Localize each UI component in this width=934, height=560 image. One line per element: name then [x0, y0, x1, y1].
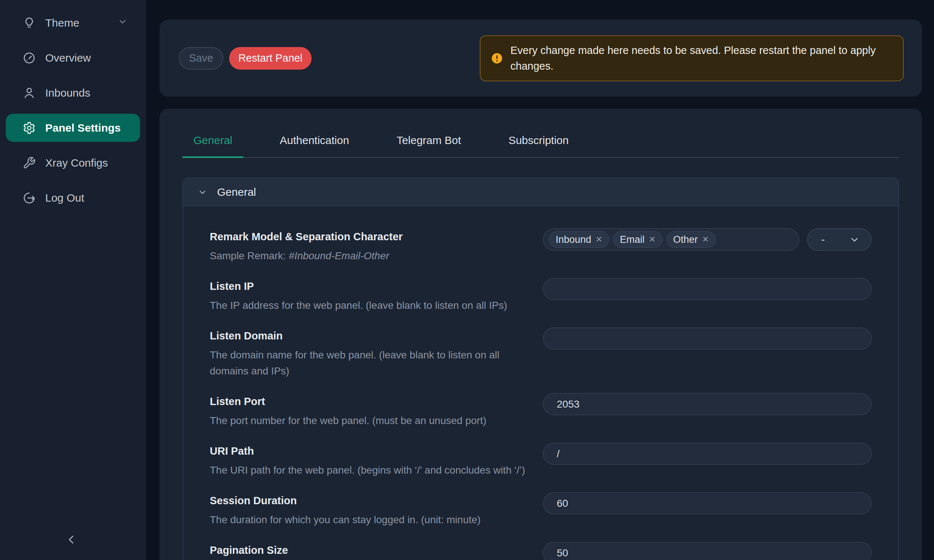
- form-row-session-duration: Session Duration The duration for which …: [210, 492, 872, 528]
- general-panel-header[interactable]: General: [183, 178, 898, 206]
- remove-tag-icon[interactable]: ✕: [702, 235, 709, 243]
- sidebar: Theme Overview Inbounds Panel Settings X…: [0, 0, 146, 560]
- field-description: Sample Remark: #Inbound-Email-Other: [210, 248, 528, 264]
- remark-tags-input[interactable]: Inbound ✕ Email ✕ Other ✕: [543, 228, 799, 251]
- pagination-size-input[interactable]: [543, 542, 872, 560]
- sidebar-item-panel-settings[interactable]: Panel Settings: [6, 114, 140, 142]
- tab-general[interactable]: General: [182, 134, 244, 158]
- restart-panel-button[interactable]: Restart Panel: [229, 47, 311, 70]
- settings-card: General Authentication Telegram Bot Subs…: [159, 109, 922, 560]
- alert-text: Every change made here needs to be saved…: [510, 43, 890, 74]
- sidebar-collapse-button[interactable]: [61, 529, 82, 550]
- restart-warning-alert: Every change made here needs to be saved…: [480, 35, 904, 81]
- field-label: Pagination Size: [210, 542, 528, 558]
- tag-email: Email ✕: [613, 231, 663, 248]
- field-description: The duration for which you can stay logg…: [210, 512, 528, 528]
- general-collapse-panel: General Remark Model & Separation Charac…: [182, 178, 899, 560]
- tag-label: Inbound: [556, 234, 592, 245]
- sample-remark-value: #Inbound-Email-Other: [288, 250, 389, 262]
- sidebar-item-label: Xray Configs: [45, 157, 108, 169]
- sidebar-item-label: Panel Settings: [45, 122, 121, 134]
- form-row-listen-port: Listen Port The port number for the web …: [210, 393, 872, 429]
- session-duration-input[interactable]: [543, 492, 872, 514]
- sidebar-item-label: Inbounds: [45, 87, 90, 99]
- gauge-icon: [23, 51, 36, 65]
- chevron-down-icon: [849, 234, 860, 245]
- sidebar-item-label: Theme: [45, 17, 79, 29]
- field-description: The IP address for the web panel. (leave…: [210, 297, 528, 314]
- gear-icon: [23, 122, 36, 135]
- chevron-down-icon: [198, 188, 207, 197]
- form-row-pagination-size: Pagination Size: [210, 542, 872, 560]
- form-row-remark: Remark Model & Separation Character Samp…: [210, 228, 872, 264]
- tab-authentication[interactable]: Authentication: [269, 134, 360, 158]
- field-description: The port number for the web panel. (must…: [210, 413, 528, 429]
- logout-icon: [23, 191, 36, 205]
- form-row-listen-ip: Listen IP The IP address for the web pan…: [210, 278, 872, 314]
- sidebar-item-xray-configs[interactable]: Xray Configs: [6, 149, 140, 177]
- sidebar-item-overview[interactable]: Overview: [6, 44, 140, 72]
- tag-label: Email: [620, 234, 645, 245]
- separator-value: -: [821, 234, 825, 246]
- listen-ip-input[interactable]: [543, 278, 872, 300]
- toolbar-card: Save Restart Panel Every change made her…: [159, 20, 922, 97]
- listen-domain-input[interactable]: [543, 328, 872, 350]
- field-label: Remark Model & Separation Character: [210, 228, 528, 245]
- field-label: Listen Domain: [210, 328, 528, 344]
- tag-label: Other: [673, 234, 698, 245]
- sidebar-item-label: Log Out: [45, 192, 84, 204]
- listen-port-input[interactable]: [543, 393, 872, 415]
- sidebar-item-inbounds[interactable]: Inbounds: [6, 79, 140, 107]
- general-panel-body: Remark Model & Separation Character Samp…: [183, 206, 898, 560]
- chevron-left-icon: [65, 533, 78, 546]
- field-label: Listen IP: [210, 278, 528, 295]
- field-label: Session Duration: [210, 492, 528, 509]
- wrench-icon: [23, 156, 36, 169]
- tab-telegram-bot[interactable]: Telegram Bot: [385, 134, 472, 158]
- field-label: URI Path: [210, 443, 528, 459]
- save-button[interactable]: Save: [179, 47, 223, 70]
- separator-select[interactable]: -: [807, 228, 872, 251]
- remove-tag-icon[interactable]: ✕: [649, 235, 656, 243]
- uri-path-input[interactable]: [543, 443, 872, 465]
- field-label: Listen Port: [210, 393, 528, 410]
- main-content: Save Restart Panel Every change made her…: [146, 0, 934, 560]
- remove-tag-icon[interactable]: ✕: [596, 235, 603, 243]
- sidebar-item-log-out[interactable]: Log Out: [6, 184, 140, 212]
- panel-title: General: [217, 186, 256, 198]
- sidebar-item-theme[interactable]: Theme: [6, 9, 140, 37]
- tab-subscription[interactable]: Subscription: [498, 134, 580, 158]
- field-description: The domain name for the web panel. (leav…: [210, 347, 528, 379]
- form-row-listen-domain: Listen Domain The domain name for the we…: [210, 328, 872, 379]
- field-description: The URI path for the web panel. (begins …: [210, 462, 528, 478]
- chevron-down-icon: [117, 16, 128, 29]
- sidebar-item-label: Overview: [45, 52, 91, 64]
- person-icon: [23, 86, 36, 100]
- tag-other: Other ✕: [666, 231, 716, 248]
- warning-icon: [491, 52, 503, 65]
- bulb-icon: [23, 16, 36, 29]
- settings-tabbar: General Authentication Telegram Bot Subs…: [182, 109, 899, 158]
- tag-inbound: Inbound ✕: [549, 231, 609, 248]
- form-row-uri-path: URI Path The URI path for the web panel.…: [210, 443, 872, 478]
